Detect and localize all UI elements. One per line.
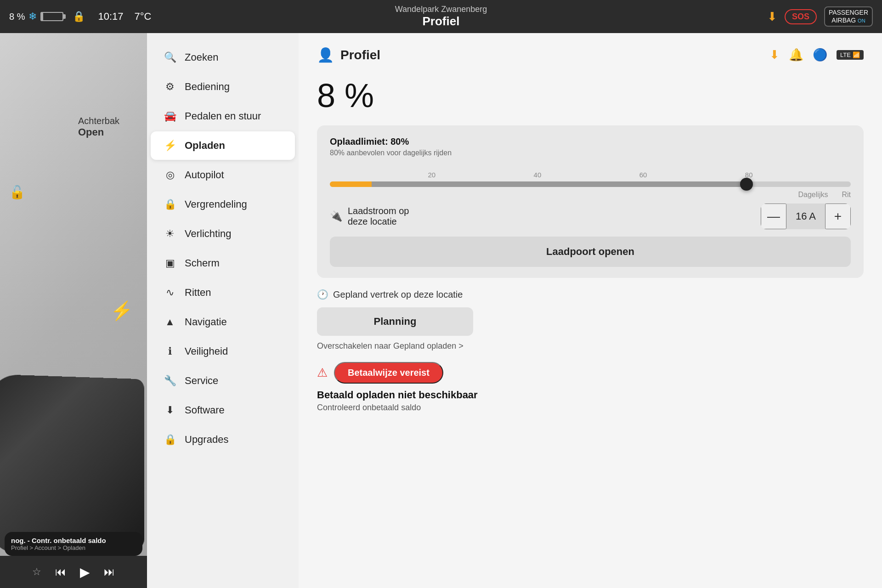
notif-title: nog. - Contr. onbetaald saldo: [11, 537, 136, 544]
notif-subtitle: Profiel > Account > Opladen: [11, 544, 136, 551]
sidebar: 🔍Zoeken⚙Bediening🚘Pedalen en stuur⚡Oplad…: [147, 33, 299, 588]
charge-slider-container[interactable]: 20 40 60 80 Dagelijks Rit: [330, 166, 851, 204]
sidebar-item-autopilot[interactable]: ◎Autopilot: [151, 161, 295, 189]
content-header: 👤 Profiel ⬇ 🔔 🔵 LTE 📶: [317, 47, 864, 63]
sidebar-item-opladen[interactable]: ⚡Opladen: [151, 131, 295, 160]
slider-scale: 20 40 60 80: [330, 171, 851, 179]
bottom-notification[interactable]: nog. - Contr. onbetaald saldo Profiel > …: [5, 532, 142, 556]
signal-icon: 📶: [853, 51, 860, 58]
betaalwijze-button[interactable]: Betaalwijze vereist: [334, 362, 443, 384]
service-icon: 🔧: [164, 375, 176, 387]
sidebar-item-software[interactable]: ⬇Software: [151, 396, 295, 424]
status-bar: 8 % ❄ 🔒 10:17 7°C Wandelpark Zwanenberg …: [0, 0, 882, 33]
increase-current-button[interactable]: +: [825, 204, 851, 229]
gepland-section: 🕐 Gepland vertrek op deze locatie Planni…: [317, 289, 864, 351]
lte-label: LTE: [840, 51, 851, 58]
zoeken-icon: 🔍: [164, 51, 176, 63]
prev-button[interactable]: ⏮: [55, 565, 66, 578]
decrease-current-button[interactable]: —: [761, 204, 786, 229]
sidebar-label-scherm: Scherm: [185, 257, 220, 269]
betaald-title: Betaald opladen niet beschikbaar: [317, 389, 864, 401]
sidebar-item-navigatie[interactable]: ▲Navigatie: [151, 308, 295, 336]
status-right: ⬇ SOS PASSENGER AIRBAG ON: [726, 6, 873, 27]
planning-button[interactable]: Planning: [317, 307, 473, 336]
sidebar-item-veiligheid[interactable]: ℹVeiligheid: [151, 337, 295, 366]
clock-icon: 🕐: [317, 289, 328, 300]
vergrendeling-icon: 🔒: [164, 198, 176, 210]
opladen-icon: ⚡: [164, 140, 176, 152]
location-name: Wandelpark Zwanenberg: [395, 5, 487, 14]
main-area: Achterbak Open ⚡ 🔓 nog. - Contr. onbetaa…: [0, 33, 882, 588]
sidebar-label-upgrades: Upgrades: [185, 434, 228, 446]
favorite-icon[interactable]: ☆: [32, 566, 41, 578]
slider-thumb[interactable]: [740, 178, 753, 191]
bluetooth-icon: 🔵: [813, 48, 827, 62]
download-icon: ⬇: [767, 10, 777, 24]
battery-percentage-large: 8 %: [317, 77, 864, 114]
sidebar-label-verlichting: Verlichting: [185, 228, 232, 240]
sidebar-label-zoeken: Zoeken: [185, 51, 218, 63]
airbag-badge: PASSENGER AIRBAG ON: [824, 6, 873, 27]
sidebar-item-verlichting[interactable]: ☀Verlichting: [151, 220, 295, 248]
snowflake-icon: ❄: [28, 11, 37, 23]
sidebar-label-service: Service: [185, 375, 218, 387]
play-button[interactable]: ▶: [80, 565, 90, 580]
current-value: 16 A: [786, 210, 825, 222]
sidebar-label-navigatie: Navigatie: [185, 316, 227, 328]
slider-fill-orange: [330, 181, 372, 187]
slider-labels: Dagelijks Rit: [330, 191, 851, 199]
switch-link[interactable]: Overschakelen naar Gepland opladen >: [317, 341, 864, 351]
navigatie-icon: ▲: [164, 316, 176, 328]
download-header-icon: ⬇: [769, 48, 780, 62]
sidebar-label-bediening: Bediening: [185, 81, 230, 93]
sidebar-item-scherm[interactable]: ▣Scherm: [151, 249, 295, 277]
slider-label-rit: Rit: [842, 191, 851, 199]
sidebar-item-bediening[interactable]: ⚙Bediening: [151, 73, 295, 101]
sidebar-label-ritten: Ritten: [185, 287, 211, 299]
charge-control: — 16 A +: [761, 204, 851, 229]
lightning-icon: ⚡: [110, 300, 133, 322]
content-title: Profiel: [340, 48, 380, 62]
time-display: 10:17: [98, 11, 123, 23]
slider-track[interactable]: [330, 181, 851, 187]
battery-bar: [40, 12, 63, 21]
charge-limit-sub: 80% aanbevolen voor dagelijks rijden: [330, 149, 851, 157]
sidebar-item-ritten[interactable]: ∿Ritten: [151, 278, 295, 307]
trunk-icon: 🔓: [9, 185, 25, 200]
lte-badge: LTE 📶: [837, 50, 864, 60]
sidebar-label-vergrendeling: Vergrendeling: [185, 198, 247, 210]
betaald-sub: Controleerd onbetaald saldo: [317, 403, 864, 413]
sidebar-label-autopilot: Autopilot: [185, 169, 224, 181]
bell-icon[interactable]: 🔔: [789, 48, 803, 62]
autopilot-icon: ◎: [164, 169, 176, 181]
sidebar-item-upgrades[interactable]: 🔒Upgrades: [151, 425, 295, 454]
sidebar-label-opladen: Opladen: [185, 140, 225, 152]
sidebar-label-software: Software: [185, 404, 225, 416]
trunk-label: Achterbak Open: [78, 116, 119, 138]
status-center: Wandelpark Zwanenberg Profiel: [156, 5, 726, 28]
pedalen-icon: 🚘: [164, 110, 176, 122]
sidebar-label-veiligheid: Veiligheid: [185, 345, 228, 357]
upgrades-icon: 🔒: [164, 434, 176, 446]
airbag-status: ON: [858, 18, 865, 23]
sidebar-item-zoeken[interactable]: 🔍Zoeken: [151, 43, 295, 72]
content-title-row: 👤 Profiel: [317, 47, 380, 63]
sidebar-item-service[interactable]: 🔧Service: [151, 367, 295, 395]
car-image: [0, 374, 144, 554]
battery-fill: [41, 13, 43, 20]
next-button[interactable]: ⏭: [104, 565, 115, 578]
airbag-line2: AIRBAG ON: [829, 17, 868, 24]
header-profile-title: Profiel: [423, 14, 460, 28]
sos-button[interactable]: SOS: [785, 9, 817, 24]
status-left: 8 % ❄ 🔒 10:17 7°C: [9, 11, 156, 23]
plug-icon: 🔌: [330, 210, 342, 222]
slider-fill-gray: [372, 181, 746, 187]
charge-current-row: 🔌 Laadstroom op deze locatie — 16 A +: [330, 204, 851, 229]
veiligheid-icon: ℹ: [164, 345, 176, 357]
charge-limit-card: Oplaadlimiet: 80% 80% aanbevolen voor da…: [317, 125, 864, 278]
airbag-label: PASSENGER: [829, 9, 868, 17]
software-icon: ⬇: [164, 404, 176, 416]
sidebar-item-vergrendeling[interactable]: 🔒Vergrendeling: [151, 190, 295, 219]
sidebar-item-pedalen[interactable]: 🚘Pedalen en stuur: [151, 102, 295, 130]
laadpoort-button[interactable]: Laadpoort openen: [330, 237, 851, 267]
